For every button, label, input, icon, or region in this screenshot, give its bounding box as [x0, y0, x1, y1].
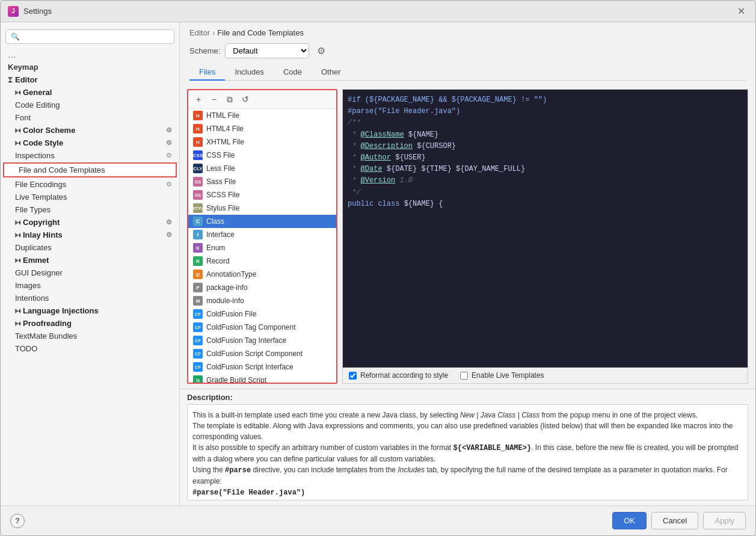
live-templates-checkbox[interactable] [460, 372, 468, 380]
sidebar-item-textmate-bundles[interactable]: TextMate Bundles [1, 330, 179, 342]
file-item-annotation[interactable]: @ AnnotationType [188, 268, 336, 281]
record-file-icon: R [193, 256, 203, 266]
file-item-coldfusion-tag-comp[interactable]: CF ColdFusion Tag Component [188, 321, 336, 334]
tab-includes[interactable]: Includes [225, 64, 273, 81]
file-item-class[interactable]: C Class [188, 215, 336, 228]
search-input[interactable] [5, 29, 174, 44]
editor-label: Editor [15, 75, 38, 84]
language-injections-label: Language Injections [23, 306, 99, 315]
copyright-expand-icon [15, 220, 20, 225]
code-panel: #if (${PACKAGE_NAME} && ${PACKAGE_NAME} … [342, 89, 748, 384]
sidebar-item-inspections[interactable]: Inspections ⚙ [1, 149, 179, 162]
live-templates-checkbox-label[interactable]: Enable Live Templates [460, 371, 544, 380]
file-item-html4[interactable]: H HTML4 File [188, 122, 336, 135]
sidebar-item-gui-designer[interactable]: GUI Designer [1, 266, 179, 279]
reformat-checkbox-label[interactable]: Reformat according to style [349, 371, 448, 380]
sidebar-item-copyright[interactable]: Copyright ⚙ [1, 216, 179, 229]
file-item-gradle[interactable]: G Gradle Build Script [188, 374, 336, 383]
copyright-gear-icon: ⚙ [166, 218, 172, 226]
remove-button[interactable]: − [207, 93, 221, 106]
sidebar-item-code-editing[interactable]: Code Editing [1, 99, 179, 111]
sidebar-item-images[interactable]: Images [1, 279, 179, 292]
module-info-icon: M [193, 296, 203, 306]
sass-file-icon: SS [193, 177, 203, 186]
code-line-4: * @ClassName ${NAME} [348, 129, 743, 141]
sidebar-item-emmet[interactable]: Emmet [1, 254, 179, 266]
tab-files[interactable]: Files [189, 64, 225, 81]
tab-code[interactable]: Code [274, 64, 312, 81]
apply-button[interactable]: Apply [703, 512, 746, 529]
package-info-label: package-info [206, 283, 248, 292]
sidebar-item-color-scheme[interactable]: Color Scheme ⚙ [1, 124, 179, 137]
sidebar-item-proofreading[interactable]: Proofreading [1, 317, 179, 330]
color-scheme-label: Color Scheme [23, 126, 75, 135]
sidebar-item-general[interactable]: General [1, 86, 179, 99]
file-item-html[interactable]: H HTML File [188, 109, 336, 122]
file-item-coldfusion-tag-iface[interactable]: CF ColdFusion Tag Interface [188, 334, 336, 347]
intentions-label: Intentions [15, 294, 49, 303]
sidebar-item-inlay-hints[interactable]: Inlay Hints ⚙ [1, 229, 179, 241]
html-file-label: HTML File [206, 111, 239, 120]
inlay-hints-gear-icon: ⚙ [166, 231, 172, 239]
title-bar: J Settings ✕ [1, 1, 755, 22]
sidebar-item-file-encodings[interactable]: File Encodings ⚙ [1, 178, 179, 191]
file-list-panel: + − ⧉ ↺ H HTML File H HTML4 File [187, 89, 337, 384]
sidebar-item-todo[interactable]: TODO [1, 342, 179, 355]
copy-button[interactable]: ⧉ [223, 93, 236, 106]
sidebar-item-editor[interactable]: Editor [1, 73, 179, 86]
scheme-select[interactable]: Default Project [225, 43, 309, 58]
add-button[interactable]: + [192, 93, 205, 106]
coldfusion-script-comp-label: ColdFusion Script Component [206, 350, 303, 358]
file-item-xhtml[interactable]: H XHTML File [188, 135, 336, 149]
sidebar-item-duplicates[interactable]: Duplicates [1, 241, 179, 254]
code-editor[interactable]: #if (${PACKAGE_NAME} && ${PACKAGE_NAME} … [343, 90, 748, 367]
sidebar-item-code-style[interactable]: Code Style ⚙ [1, 137, 179, 149]
file-item-record[interactable]: R Record [188, 254, 336, 268]
inlay-hints-label: Inlay Hints [23, 230, 63, 239]
file-item-less[interactable]: CLY Less File [188, 162, 336, 175]
images-label: Images [15, 281, 41, 290]
css-file-icon: CSS [193, 150, 203, 160]
code-line-6: * @Author ${USER} [348, 152, 743, 164]
file-item-coldfusion[interactable]: CF ColdFusion File [188, 307, 336, 321]
coldfusion-tag-iface-icon: CF [193, 336, 203, 345]
enum-file-icon: E [193, 243, 203, 253]
file-item-interface[interactable]: I Interface [188, 228, 336, 241]
close-button[interactable]: ✕ [734, 4, 748, 19]
sidebar-item-keymap[interactable]: Keymap [1, 61, 179, 73]
stylus-file-icon: STYL [193, 203, 203, 213]
scheme-gear-button[interactable]: ⚙ [314, 44, 328, 58]
code-style-label: Code Style [23, 138, 63, 147]
interface-file-icon: I [193, 230, 203, 239]
file-item-sass[interactable]: SS Sass File [188, 175, 336, 188]
annotation-label: AnnotationType [206, 270, 256, 279]
help-button[interactable]: ? [10, 514, 25, 528]
scheme-row: Scheme: Default Project ⚙ [189, 43, 746, 58]
file-item-stylus[interactable]: STYL Stylus File [188, 202, 336, 215]
file-item-scss[interactable]: SS SCSS File [188, 188, 336, 202]
reformat-checkbox[interactable] [349, 372, 357, 380]
file-item-module-info[interactable]: M module-info [188, 294, 336, 307]
gradle-label: Gradle Build Script [206, 376, 266, 383]
code-line-9: */ [348, 187, 743, 199]
file-item-css[interactable]: CSS CSS File [188, 149, 336, 162]
coldfusion-script-iface-icon: CF [193, 362, 203, 372]
reset-button[interactable]: ↺ [239, 93, 252, 106]
ok-button[interactable]: OK [612, 512, 647, 529]
file-item-coldfusion-script-iface[interactable]: CF ColdFusion Script Interface [188, 360, 336, 374]
copyright-label: Copyright [23, 218, 60, 227]
file-item-enum[interactable]: E Enum [188, 241, 336, 254]
cancel-button[interactable]: Cancel [651, 512, 698, 529]
interface-label: Interface [206, 230, 235, 239]
file-types-label: File Types [15, 205, 51, 214]
sidebar-item-file-and-code-templates[interactable]: File and Code Templates [3, 162, 177, 177]
sidebar-item-language-injections[interactable]: Language Injections [1, 304, 179, 317]
sidebar-item-intentions[interactable]: Intentions [1, 292, 179, 304]
file-item-coldfusion-script-comp[interactable]: CF ColdFusion Script Component [188, 347, 336, 360]
tab-other[interactable]: Other [312, 64, 351, 81]
sidebar-item-file-types[interactable]: File Types [1, 203, 179, 216]
sidebar-item-live-templates[interactable]: Live Templates [1, 191, 179, 203]
sidebar-item-font[interactable]: Font [1, 111, 179, 124]
class-file-icon: C [193, 217, 203, 226]
file-item-package-info[interactable]: P package-info [188, 281, 336, 294]
